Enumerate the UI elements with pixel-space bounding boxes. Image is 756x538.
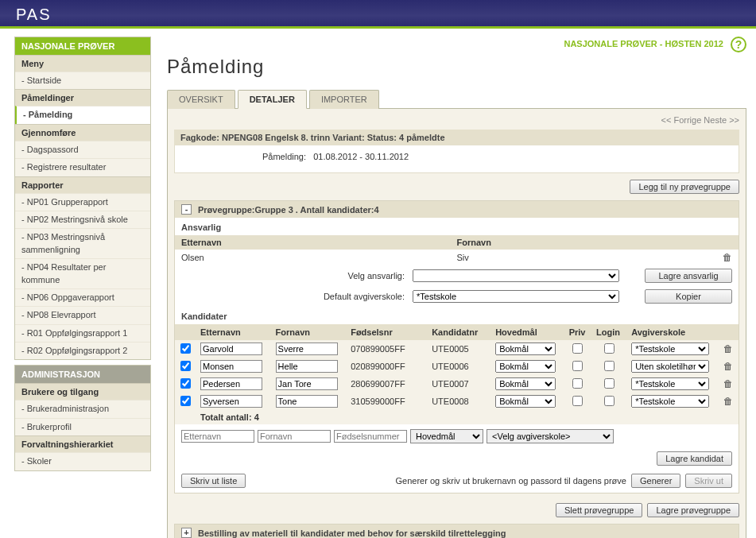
nav-item[interactable]: - Registrere resultater [15,158,150,176]
default-school-select[interactable]: *Testskole [413,290,619,303]
nav-group[interactable]: Meny [15,55,150,72]
col-candno: Kandidatnr [427,324,490,340]
nav-group[interactable]: Gjennomføre [15,124,150,141]
pager: << Forrige Neste >> [174,115,739,125]
row-school[interactable]: *Testskole [631,395,709,408]
add-lang[interactable]: Hovedmål [410,429,483,443]
row-priv[interactable] [572,361,583,371]
col-school: Avgiverskole [626,324,719,340]
row-lang[interactable]: Bokmål [495,377,556,390]
row-firstname[interactable] [276,343,338,355]
row-login[interactable] [604,343,614,354]
trash-icon[interactable]: 🗑 [723,361,733,372]
nav-group[interactable]: Påmeldinger [15,89,150,106]
pager-prev[interactable]: << Forrige [661,115,702,125]
row-login[interactable] [604,378,614,389]
save-group-button[interactable]: Lagre prøvegruppe [647,503,739,517]
tab-oversikt[interactable]: OVERSIKT [167,90,235,109]
select-resp[interactable] [413,269,619,282]
row-dob: 070899005FF [346,340,427,358]
add-school[interactable]: <Velg avgiverskole> [487,429,614,443]
row-lastname[interactable] [200,360,262,373]
row-lang[interactable]: Bokmål [495,395,556,408]
pager-next[interactable]: Neste >> [704,115,739,125]
row-priv[interactable] [572,396,583,406]
materials-title: Bestilling av materiell til kandidater m… [198,528,506,538]
nav-item[interactable]: - NP04 Resultater per kommune [15,258,150,288]
print-button[interactable]: Skriv ut [685,474,732,488]
row-lang[interactable]: Bokmål [495,360,556,373]
row-priv[interactable] [572,378,583,389]
tab-importer[interactable]: IMPORTER [309,90,379,109]
add-lastname[interactable] [181,430,254,443]
row-priv[interactable] [572,343,583,354]
nav-item[interactable]: - Påmelding [15,106,150,123]
nav-item[interactable]: - NP02 Mestringsnivå skole [15,211,150,228]
trash-icon[interactable]: 🗑 [723,396,733,407]
nav-item[interactable]: - NP01 Grupperapport [15,193,150,211]
nav-item[interactable]: - R01 Oppfølgingsrapport 1 [15,324,150,342]
save-resp-button[interactable]: Lagre ansvarlig [645,269,732,283]
nav-item[interactable]: - Brukeradministrasjon [15,400,150,417]
resp-firstname: Siv [457,253,469,262]
info-body: Påmelding: 01.08.2012 - 30.11.2012 [174,145,739,173]
tab-detaljer[interactable]: DETALJER [238,90,307,109]
candidates-table: Etternavn Fornavn Fødselsnr Kandidatnr H… [175,324,739,424]
row-lastname[interactable] [200,343,262,355]
row-lang[interactable]: Bokmål [495,343,556,355]
row-login[interactable] [604,361,614,371]
group-title: Prøvegruppe:Gruppe 3 . Antall kandidater… [198,205,379,215]
add-group-button[interactable]: Legg til ny prøvegruppe [630,180,739,194]
row-firstname[interactable] [276,360,338,373]
row-school[interactable]: *Testskole [631,343,709,355]
add-dob[interactable] [334,430,407,443]
copy-button[interactable]: Kopier [645,289,732,304]
tabs: OVERSIKTDETALJERIMPORTER [167,89,746,109]
nav-item[interactable]: - Brukerprofil [15,418,150,435]
row-checkbox[interactable] [180,396,191,406]
trash-icon[interactable]: 🗑 [723,343,733,354]
nav-item[interactable]: - Dagspassord [15,141,150,158]
save-candidate-button[interactable]: Lagre kandidat [657,451,732,466]
group-toggle[interactable]: - [181,204,192,215]
row-checkbox[interactable] [180,378,191,389]
print-list-button[interactable]: Skriv ut liste [181,474,246,488]
materials-section: + Bestilling av materiell til kandidater… [174,524,739,538]
row-login[interactable] [604,396,614,406]
context-label: NASJONALE PRØVER - HØSTEN 2012 [564,39,723,48]
nav-item[interactable]: - Startside [15,72,150,89]
row-dob: 310599000FF [346,393,427,410]
row-checkbox[interactable] [180,361,191,371]
row-candno: UTE0007 [427,375,490,393]
row-school[interactable]: Uten skoletilhørighet [631,360,709,373]
help-icon[interactable]: ? [731,37,746,52]
row-dob: 280699007FF [346,375,427,393]
nav-item[interactable]: - NP06 Oppgaverapport [15,288,150,306]
trash-icon[interactable]: 🗑 [723,378,733,389]
nav-item[interactable]: - R02 Oppfølgingsrapport 2 [15,342,150,359]
materials-toggle[interactable]: + [181,528,192,538]
nav-group[interactable]: Forvaltningshierarkiet [15,435,150,452]
row-firstname[interactable] [276,377,338,390]
row-checkbox[interactable] [180,343,191,354]
nav-group[interactable]: Rapporter [15,176,150,193]
resp-col-firstname: Fornavn [457,238,491,247]
generate-button[interactable]: Generer [631,474,680,488]
row-lastname[interactable] [200,395,262,408]
row-lastname[interactable] [200,377,262,390]
sidebar: NASJONALE PRØVERMeny- StartsidePåmelding… [14,37,151,476]
delete-group-button[interactable]: Slett prøvegruppe [556,503,642,517]
generate-text: Generer og skriv ut brukernavn og passor… [396,476,626,486]
row-firstname[interactable] [276,395,338,408]
nav-item[interactable]: - NP03 Mestringsnivå sammenligning [15,228,150,258]
nav-group[interactable]: Brukere og tilgang [15,383,150,400]
col-lastname: Etternavn [196,324,271,340]
info-label: Påmelding: [262,152,306,161]
col-priv: Priv [564,324,591,340]
main-content: NASJONALE PRØVER - HØSTEN 2012 ? Påmeldi… [167,37,746,538]
nav-item[interactable]: - Skoler [15,452,150,470]
row-school[interactable]: *Testskole [631,377,709,390]
add-firstname[interactable] [258,430,331,443]
nav-item[interactable]: - NP08 Elevrapport [15,306,150,323]
trash-icon[interactable]: 🗑 [723,252,732,263]
